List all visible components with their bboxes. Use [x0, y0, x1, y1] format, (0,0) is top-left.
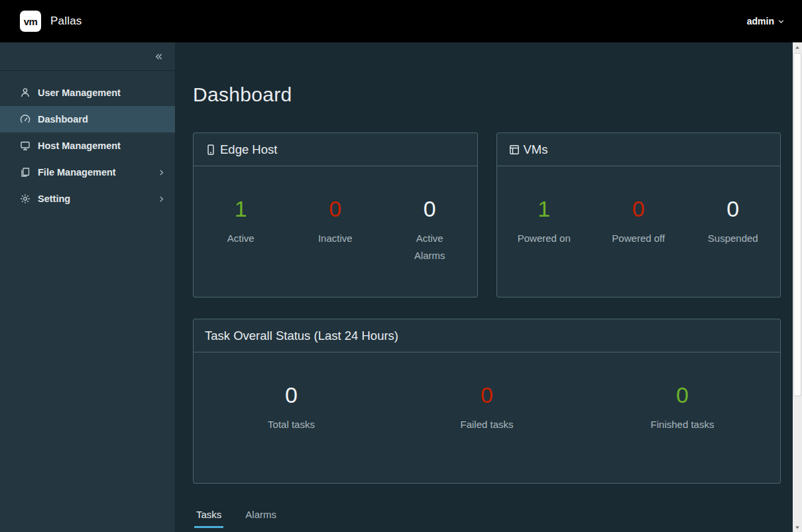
- edge-host-card-header: Edge Host: [194, 133, 477, 166]
- sidebar-item-file-management[interactable]: File Management: [0, 159, 175, 186]
- sidebar-header: [0, 42, 175, 71]
- sidebar: User Management Dashboard Host Managemen…: [0, 42, 175, 532]
- stat-finished-tasks: 0 Finished tasks: [585, 382, 780, 483]
- stat-label: Active: [194, 230, 288, 247]
- stat-label: Failed tasks: [389, 416, 585, 433]
- sidebar-item-label: Host Management: [38, 140, 121, 151]
- stat-failed-tasks: 0 Failed tasks: [389, 382, 585, 483]
- scroll-up-icon[interactable]: [793, 42, 802, 52]
- card-title: Task Overall Status (Last 24 Hours): [205, 329, 398, 343]
- stat-value: 1: [497, 195, 592, 222]
- sidebar-item-label: Dashboard: [38, 114, 88, 125]
- host-monitor-icon: [20, 140, 30, 151]
- stat-value: 0: [591, 195, 686, 222]
- page-title: Dashboard: [193, 83, 781, 106]
- task-overall-status-card: Task Overall Status (Last 24 Hours) 0 To…: [193, 319, 781, 484]
- sidebar-item-label: File Management: [38, 167, 116, 178]
- scrollbar-thumb[interactable]: [793, 53, 801, 396]
- task-card-header: Task Overall Status (Last 24 Hours): [194, 319, 780, 352]
- sidebar-nav: User Management Dashboard Host Managemen…: [0, 71, 175, 212]
- card-title: Edge Host: [220, 142, 277, 157]
- vertical-scrollbar[interactable]: [793, 42, 802, 532]
- edge-host-card: Edge Host 1 Active 0 Inactive 0 Active A…: [193, 133, 478, 297]
- stat-total-tasks: 0 Total tasks: [194, 382, 389, 483]
- chevron-down-icon: [777, 18, 785, 25]
- stat-value: 1: [194, 195, 288, 222]
- stat-label: Total tasks: [194, 416, 389, 433]
- stat-label: Active Alarms: [406, 230, 453, 264]
- dashboard-gauge-icon: [20, 114, 30, 125]
- sidebar-item-user-management[interactable]: User Management: [0, 80, 175, 106]
- user-icon: [20, 87, 30, 98]
- vmware-logo-text: vm: [24, 16, 38, 27]
- sidebar-item-host-management[interactable]: Host Management: [0, 133, 175, 159]
- stat-suspended: 0 Suspended: [686, 195, 781, 297]
- task-card-body: 0 Total tasks 0 Failed tasks 0 Finished …: [194, 352, 780, 483]
- vm-icon: [508, 144, 520, 156]
- vms-card-body: 1 Powered on 0 Powered off 0 Suspended: [497, 166, 781, 297]
- vms-card-header: VMs: [497, 133, 781, 166]
- bottom-tabs: Tasks Alarms: [193, 509, 781, 528]
- vms-card: VMs 1 Powered on 0 Powered off 0 Suspend…: [496, 133, 781, 297]
- card-title: VMs: [524, 142, 548, 157]
- sidebar-item-label: Setting: [38, 193, 70, 204]
- product-name: Pallas: [50, 15, 82, 28]
- tab-alarms[interactable]: Alarms: [243, 509, 278, 528]
- user-menu[interactable]: admin: [747, 16, 785, 27]
- stat-value: 0: [686, 195, 781, 222]
- main-content: Dashboard Edge Host 1 Active 0: [175, 42, 802, 532]
- vmware-logo[interactable]: vm: [20, 11, 41, 32]
- stat-value: 0: [288, 195, 383, 222]
- stat-label: Powered on: [497, 230, 592, 247]
- edge-device-icon: [205, 144, 217, 156]
- stat-powered-on: 1 Powered on: [497, 195, 592, 297]
- stat-label: Powered off: [591, 230, 686, 247]
- stat-label: Inactive: [288, 230, 383, 247]
- sidebar-item-setting[interactable]: Setting: [0, 186, 175, 212]
- stat-value: 0: [194, 382, 389, 408]
- collapse-sidebar-icon[interactable]: [151, 49, 166, 64]
- stat-label: Finished tasks: [585, 416, 780, 433]
- chevron-right-icon[interactable]: [157, 195, 166, 203]
- user-menu-label: admin: [747, 16, 774, 27]
- stat-value: 0: [382, 195, 477, 222]
- file-copy-icon: [20, 167, 30, 178]
- sidebar-item-label: User Management: [38, 87, 121, 98]
- stat-inactive: 0 Inactive: [288, 195, 383, 297]
- gear-icon: [20, 193, 30, 204]
- stat-value: 0: [389, 382, 585, 408]
- stat-active: 1 Active: [194, 195, 288, 297]
- stat-powered-off: 0 Powered off: [591, 195, 686, 297]
- stat-active-alarms: 0 Active Alarms: [382, 195, 477, 297]
- chevron-right-icon[interactable]: [157, 168, 166, 177]
- tab-tasks[interactable]: Tasks: [194, 509, 223, 528]
- app-header: vm Pallas admin: [0, 0, 802, 42]
- stat-value: 0: [585, 382, 780, 408]
- stat-label: Suspended: [686, 230, 781, 247]
- summary-cards-row: Edge Host 1 Active 0 Inactive 0 Active A…: [193, 133, 781, 297]
- edge-host-card-body: 1 Active 0 Inactive 0 Active Alarms: [194, 166, 477, 297]
- scroll-down-icon[interactable]: [793, 522, 802, 532]
- sidebar-item-dashboard[interactable]: Dashboard: [0, 106, 175, 133]
